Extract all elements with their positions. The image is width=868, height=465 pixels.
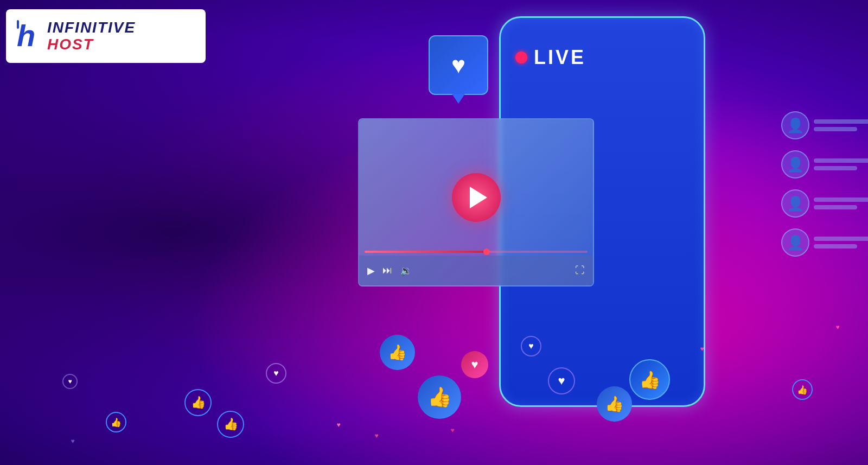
svg-text:h: h [17,18,35,50]
heart-icon: ♥ [331,417,346,432]
heart-icon: ♥ [461,351,488,378]
video-content: ▶ ⏭ 🔉 ⛶ [359,119,593,285]
heart-icon: ♥ [369,428,384,443]
list-item: 👤 [781,150,868,179]
user-info [814,158,868,170]
user-info [814,119,868,131]
avatar: 👤 [781,189,809,218]
user-detail-line [814,166,857,170]
volume-control-icon[interactable]: 🔉 [400,265,412,277]
user-name-line [814,119,868,124]
video-controls-bar: ▶ ⏭ 🔉 ⛶ [359,256,593,285]
avatar: 👤 [781,228,809,257]
user-info [814,237,868,249]
heart-bubble: ♥ [429,35,488,95]
user-detail-line [814,127,857,131]
phone-thumb-up: 👍 [629,359,670,400]
progress-thumb [483,249,490,255]
progress-bar[interactable] [365,251,588,253]
logo-name-part2: HOST [47,36,136,53]
heart-icon: ♥ [830,320,845,335]
heart-icon: ♥ [266,363,286,384]
list-item: 👤 [781,228,868,257]
logo-icon: h [16,18,43,54]
fullscreen-icon[interactable]: ⛶ [575,265,585,276]
avatar: 👤 [781,150,809,179]
thumbs-up-icon: 👍 [184,389,212,416]
user-detail-line [814,244,857,249]
user-name-line [814,198,868,202]
play-button[interactable] [452,173,501,222]
play-control-icon[interactable]: ▶ [367,265,375,277]
svg-rect-1 [17,20,19,29]
logo-text: INFINITIVE HOST [47,20,136,53]
skip-control-icon[interactable]: ⏭ [382,265,392,276]
logo-container: h INFINITIVE HOST [6,9,206,63]
thumbs-up-icon: 👍 [418,375,461,419]
thumbs-up-icon: 👍 [106,412,126,432]
user-detail-line [814,205,857,209]
user-list: 👤 👤 👤 👤 [781,111,868,257]
logo-name-part1: INFINITIVE [47,20,136,36]
heart-icon: ♥ [65,434,80,449]
avatar: 👤 [781,111,809,139]
controls-right: ⛶ [575,265,585,276]
list-item: 👤 [781,111,868,139]
thumbs-up-icon: 👍 [380,335,415,370]
video-player: ▶ ⏭ 🔉 ⛶ [358,118,594,286]
live-dot [515,52,527,63]
floating-reactions: 👍 ♥ 👍 ♥ ♥ 👍 👍 ♥ ♥ ♥ ♥ 👍 ♥ 👍 ♥ ♥ ♥ 👍 [0,302,868,465]
list-item: 👤 [781,189,868,218]
thumbs-up-icon: 👍 [792,379,813,400]
user-info [814,198,868,209]
progress-fill [365,251,487,253]
heart-icon: ♥ [62,374,78,389]
heart-icon: ♥ [451,52,465,79]
controls-left: ▶ ⏭ 🔉 [367,265,412,277]
user-name-line [814,158,868,163]
thumbs-up-icon: 👍 [217,411,244,438]
heart-icon: ♥ [445,423,460,438]
play-triangle-icon [470,187,487,208]
live-label: LIVE [534,46,586,69]
live-indicator: LIVE [515,46,586,69]
user-name-line [814,237,868,241]
